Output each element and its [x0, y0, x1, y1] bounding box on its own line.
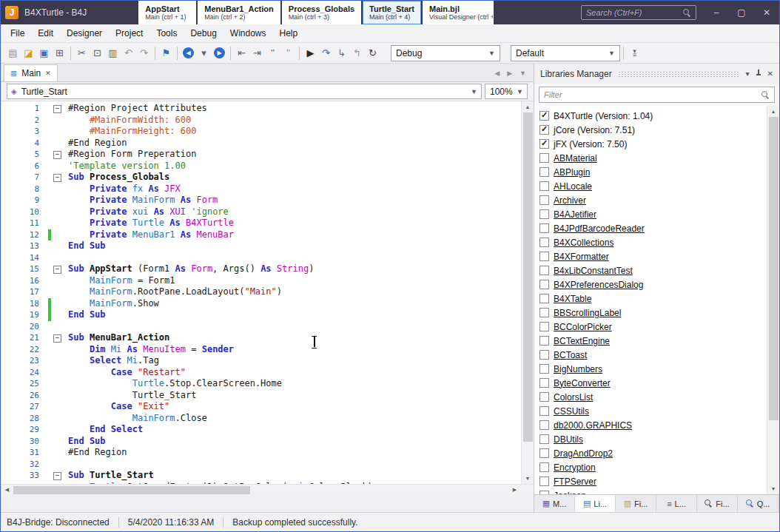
library-label[interactable]: AHLocale — [554, 181, 592, 192]
library-label[interactable]: ABPlugin — [554, 167, 590, 178]
panel-menu-chevron-icon[interactable]: ▾ — [746, 70, 750, 78]
code-line[interactable]: 5#Region Form Preperation — [1, 149, 521, 161]
library-checkbox[interactable] — [539, 153, 549, 163]
code-line[interactable]: 29 End Select — [1, 424, 521, 436]
scroll-up-icon[interactable]: ▲ — [767, 106, 779, 117]
library-checkbox[interactable] — [539, 294, 549, 303]
code-line[interactable]: 10 Private xui As XUI 'ignore — [1, 206, 521, 218]
tab-logs[interactable]: ≡L... — [656, 495, 697, 512]
member-selector[interactable]: ◈ Turtle_Start ▼ — [7, 84, 482, 99]
code-line[interactable]: 26 Turtle_Start — [1, 390, 521, 402]
redo-icon[interactable]: ↷ — [136, 45, 152, 61]
library-checkbox[interactable] — [539, 434, 549, 444]
library-label[interactable]: B4XTurtle (Version: 1.04) — [554, 111, 653, 121]
profile-select[interactable]: Default ▼ — [511, 45, 620, 61]
code-line[interactable]: 17 MainForm.RootPane.LoadLayout("Main") — [1, 286, 521, 298]
library-checkbox[interactable] — [539, 462, 549, 472]
library-label[interactable]: B4XTable — [554, 294, 591, 304]
code-line[interactable]: 16 MainForm = Form1 — [1, 275, 521, 287]
open-project-icon[interactable]: ◪ — [21, 45, 36, 61]
library-label[interactable]: ColorsList — [554, 392, 593, 403]
library-label[interactable]: B4XPreferencesDialog — [554, 280, 643, 290]
library-checkbox[interactable] — [539, 491, 549, 494]
library-label[interactable]: Archiver — [554, 195, 586, 206]
scroll-down-icon[interactable]: ▼ — [767, 483, 779, 494]
code-line[interactable]: 21Sub MenuBar1_Action — [1, 332, 521, 344]
tab-quick-find[interactable]: Q... — [738, 495, 779, 512]
library-label[interactable]: jCore (Version: 7.51) — [554, 125, 635, 135]
editor-vertical-scrollbar[interactable]: ▲ ▼ — [521, 101, 534, 484]
step-over-icon[interactable]: ↷ — [318, 45, 334, 61]
library-checkbox[interactable] — [539, 238, 549, 247]
code-line[interactable]: 13End Sub — [1, 240, 521, 252]
menu-file[interactable]: File — [4, 25, 31, 41]
library-label[interactable]: ByteConverter — [554, 378, 611, 388]
scroll-up-icon[interactable]: ▲ — [522, 101, 534, 112]
paste-icon[interactable]: ▥ — [105, 45, 121, 61]
library-label[interactable]: BCToast — [554, 350, 587, 360]
library-checkbox[interactable] — [539, 280, 549, 289]
code-line[interactable]: 24 Case "Restart" — [1, 367, 521, 379]
tab-modules[interactable]: ▦M... — [534, 495, 575, 512]
scrollbar-thumb[interactable] — [523, 112, 533, 442]
menu-project[interactable]: Project — [109, 25, 149, 41]
code-line[interactable]: 23 Select Mi.Tag — [1, 355, 521, 367]
code-surface[interactable]: 1#Region Project Attributes2 #MainFormWi… — [1, 101, 521, 484]
library-label[interactable]: B4JPdfBarcodeReader — [554, 223, 645, 234]
panel-close-icon[interactable]: ✕ — [767, 70, 773, 78]
fold-marker-icon[interactable] — [53, 332, 62, 344]
library-label[interactable]: DBUtils — [554, 434, 583, 445]
new-icon[interactable]: ▤ — [5, 45, 21, 61]
library-label[interactable]: FTPServer — [554, 477, 596, 487]
restart-icon[interactable]: ↻ — [365, 45, 380, 61]
library-label[interactable]: B4xLibConstantTest — [554, 266, 633, 276]
pin-icon[interactable] — [756, 70, 761, 78]
library-checkbox[interactable] — [539, 350, 549, 360]
library-label[interactable]: B4XFormatter — [554, 252, 609, 262]
library-checkbox[interactable] — [539, 195, 549, 205]
close-button[interactable]: ✕ — [754, 1, 779, 24]
back-history-dropdown-icon[interactable]: ▾ — [196, 45, 212, 61]
fold-marker-icon[interactable] — [53, 263, 62, 275]
panel-grip[interactable] — [618, 71, 740, 77]
library-label[interactable]: DragAndDrop2 — [554, 448, 613, 459]
code-line[interactable]: 31#End Region — [1, 447, 521, 459]
tab-scroll-right-icon[interactable]: ▶ — [507, 70, 512, 77]
quick-tab-turtle-start[interactable]: Turtle_StartMain (ctrl + 4) — [363, 1, 421, 24]
library-label[interactable]: db2000.GRAPHICS — [554, 420, 632, 431]
library-label[interactable]: jFX (Version: 7.50) — [554, 139, 627, 149]
zoom-selector[interactable]: 100% ▼ — [485, 84, 528, 99]
code-line[interactable]: 32 — [1, 459, 521, 471]
library-label[interactable]: BCColorPicker — [554, 322, 612, 332]
copy-icon[interactable]: ⊡ — [90, 45, 105, 61]
menu-edit[interactable]: Edit — [31, 25, 60, 41]
library-label[interactable]: B4AJetifier — [554, 209, 596, 220]
quick-tab-main-bjl[interactable]: Main.bjlVisual Designer (ctrl + — [423, 1, 494, 24]
library-checkbox[interactable] — [539, 167, 549, 177]
library-checkbox[interactable] — [539, 420, 549, 430]
fold-marker-icon[interactable] — [53, 470, 62, 482]
code-line[interactable]: 11 Private Turtle As B4XTurtle — [1, 218, 521, 229]
quick-tab-process-globals[interactable]: Process_GlobalsMain (ctrl + 3) — [282, 1, 361, 24]
menu-help[interactable]: Help — [273, 25, 305, 41]
library-label[interactable]: CSSUtils — [554, 406, 589, 417]
tab-files[interactable]: ▥Fi... — [616, 495, 656, 512]
build-configuration-select[interactable]: Debug ▼ — [391, 45, 500, 61]
code-line[interactable]: 30End Sub — [1, 436, 521, 448]
library-checkbox[interactable] — [539, 322, 549, 331]
toolbar-overflow-icon[interactable]: ▾≡ — [633, 50, 636, 57]
modules-grid-icon[interactable]: ⊞ — [52, 45, 67, 61]
tab-scroll-left-icon[interactable]: ◀ — [494, 70, 500, 77]
menu-debug[interactable]: Debug — [184, 25, 223, 41]
save-icon[interactable]: ▣ — [36, 45, 52, 61]
fold-marker-icon[interactable] — [53, 172, 62, 183]
code-line[interactable]: 14 — [1, 252, 521, 264]
library-label[interactable]: ABMaterial — [554, 153, 597, 164]
code-line[interactable]: 15Sub AppStart (Form1 As Form, Args() As… — [1, 263, 521, 275]
navigate-forward-icon[interactable]: ▶ — [212, 45, 227, 61]
run-icon[interactable]: ▶ — [303, 45, 318, 61]
code-line[interactable]: 9 Private MainForm As Form — [1, 195, 521, 206]
menu-windows[interactable]: Windows — [223, 25, 273, 41]
library-checkbox[interactable] — [539, 308, 549, 317]
library-checkbox[interactable] — [539, 139, 549, 149]
